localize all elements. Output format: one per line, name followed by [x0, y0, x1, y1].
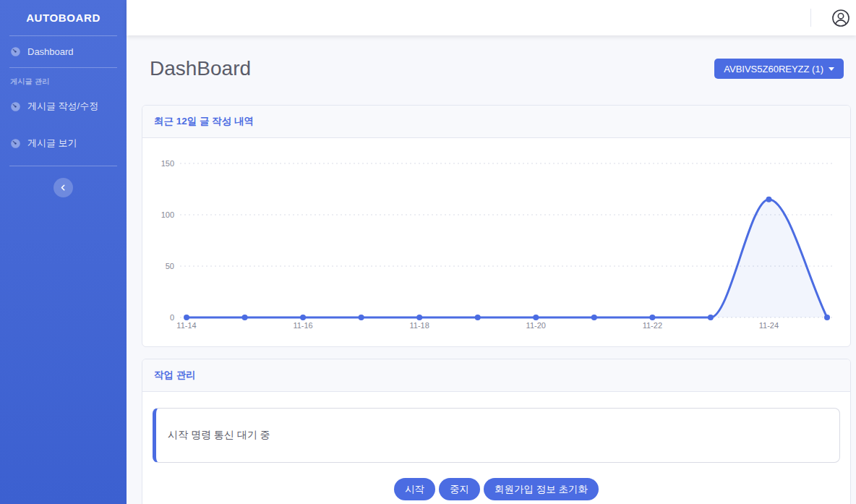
user-menu-button[interactable]	[831, 9, 850, 27]
main-column: DashBoard AVBIVS5Z60REYZZ (1) 최근 12일 글 작…	[127, 0, 856, 504]
sidebar-item-label: 게시글 보기	[27, 137, 77, 150]
stop-button[interactable]: 중지	[439, 478, 480, 500]
svg-text:11-14: 11-14	[176, 321, 196, 330]
task-management-card: 작업 관리 시작 명령 통신 대기 중 시작 중지 회원가입 정보 초기화	[142, 359, 851, 504]
sidebar: AUTOBOARD Dashboard 게시글 관리 게시글 작성/수정	[0, 0, 127, 504]
topbar	[127, 0, 856, 35]
content-area: DashBoard AVBIVS5Z60REYZZ (1) 최근 12일 글 작…	[127, 35, 856, 504]
svg-text:100: 100	[161, 210, 174, 219]
sidebar-item-dashboard[interactable]: Dashboard	[0, 36, 127, 67]
task-card-body: 시작 명령 통신 대기 중 시작 중지 회원가입 정보 초기화	[142, 392, 850, 504]
svg-text:50: 50	[166, 262, 174, 270]
recent-posts-chart-card: 최근 12일 글 작성 내역 05010015011-1411-1611-181…	[142, 105, 851, 347]
task-card-title: 작업 관리	[142, 359, 850, 392]
task-button-row: 시작 중지 회원가입 정보 초기화	[153, 478, 840, 500]
sidebar-collapse-button[interactable]	[54, 178, 73, 197]
svg-text:150: 150	[161, 159, 174, 168]
status-alert: 시작 명령 통신 대기 중	[153, 408, 840, 463]
user-circle-icon	[831, 9, 850, 27]
page-header: DashBoard AVBIVS5Z60REYZZ (1)	[150, 57, 844, 80]
reset-signup-info-button[interactable]: 회원가입 정보 초기화	[484, 478, 599, 500]
divider	[9, 166, 117, 166]
svg-text:11-18: 11-18	[410, 321, 429, 330]
svg-text:11-16: 11-16	[293, 321, 312, 330]
speedometer-icon	[10, 101, 21, 112]
chart-body: 05010015011-1411-1611-1811-2011-2211-24	[142, 138, 850, 346]
sidebar-item-post-view[interactable]: 게시글 보기	[0, 127, 127, 160]
line-chart: 05010015011-1411-1611-1811-2011-2211-24	[153, 151, 839, 333]
sidebar-item-label: Dashboard	[27, 46, 74, 57]
chart-card-title: 최근 12일 글 작성 내역	[142, 106, 850, 138]
status-message: 시작 명령 통신 대기 중	[168, 429, 270, 442]
svg-text:11-22: 11-22	[643, 321, 662, 330]
svg-text:11-24: 11-24	[759, 321, 779, 330]
brand-title[interactable]: AUTOBOARD	[0, 0, 127, 35]
sidebar-item-post-write[interactable]: 게시글 작성/수정	[0, 90, 127, 123]
speedometer-icon	[10, 46, 21, 57]
chevron-left-icon	[59, 183, 68, 192]
svg-text:0: 0	[170, 313, 174, 322]
account-dropdown-label: AVBIVS5Z60REYZZ (1)	[724, 64, 823, 74]
svg-text:11-20: 11-20	[526, 321, 546, 330]
divider	[810, 9, 811, 27]
caret-down-icon	[829, 67, 834, 71]
page-title: DashBoard	[150, 57, 251, 80]
speedometer-icon	[10, 138, 21, 149]
sidebar-item-label: 게시글 작성/수정	[27, 100, 98, 113]
account-dropdown-button[interactable]: AVBIVS5Z60REYZZ (1)	[714, 59, 844, 79]
start-button[interactable]: 시작	[394, 478, 435, 500]
sidebar-section-label: 게시글 관리	[0, 68, 127, 90]
